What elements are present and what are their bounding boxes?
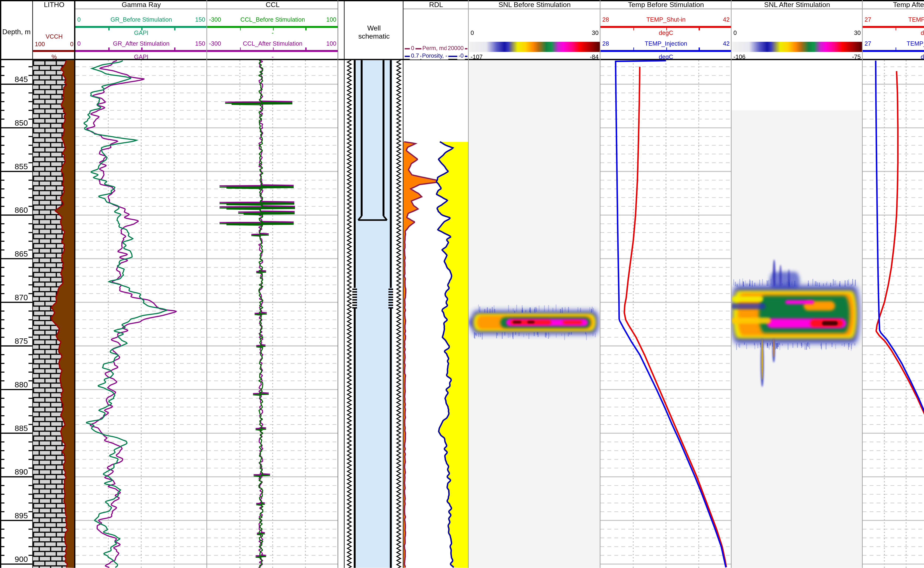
header-separator: [207, 8, 338, 10]
track-temp-before: [600, 60, 732, 568]
tb-shutin-line: [600, 26, 732, 28]
header-ccl: CCL -300 CCL_Before Stimulation 100 - -3…: [207, 0, 338, 60]
ccl-plot: [207, 60, 338, 568]
temp-before-plot: [600, 60, 732, 568]
border-depth-litho: [32, 0, 33, 568]
border-rdl-snl1: [468, 0, 469, 568]
tb-inj-line: [600, 50, 732, 52]
depth-label: 895: [15, 511, 28, 520]
gr-after-name: GR_After Stimulation: [76, 40, 207, 47]
log-plot-area: 845850855860865870875880885890895900: [0, 60, 924, 568]
ta-inj-name: TEMP_Injection: [863, 40, 924, 47]
litho-curve-name: VCCH: [33, 33, 76, 40]
track-title-snl-before: SNL Before Stimulation: [469, 0, 600, 8]
border-gr-ccl: [206, 0, 207, 568]
ccl-after-right: 100: [327, 40, 336, 47]
header-gamma-ray: Gamma Ray 0 GR_Before Stimulation 150 GA…: [76, 0, 207, 60]
well-schematic-plot: [345, 60, 404, 568]
snl-after-colorbar: [732, 42, 862, 52]
rdl-porosity-row: 0.7 Porosity, - -0: [405, 53, 467, 59]
track-snl-after: [732, 60, 863, 568]
border-litho-gr: [74, 0, 76, 568]
track-depth: 845850855860865870875880885890895900: [0, 60, 33, 568]
header-depth: Depth, m: [0, 0, 33, 60]
rdl-plot: [404, 60, 469, 568]
header-separator: [863, 8, 924, 10]
depth-label: 855: [15, 162, 28, 171]
border-ws-right: [402, 0, 404, 568]
track-rdl: [404, 60, 469, 568]
track-temp-after: [863, 60, 924, 568]
depth-label: 890: [15, 467, 28, 476]
top-border: [0, 0, 924, 1]
snl-after-plot: [732, 60, 863, 568]
depth-label: 860: [15, 205, 28, 215]
track-title-gr: Gamma Ray: [76, 0, 207, 8]
track-title-rdl: RDL: [404, 0, 469, 8]
track-snl-before: [469, 60, 600, 568]
depth-label: 880: [15, 380, 28, 389]
border-ws-left: [343, 0, 345, 568]
rdl-perm-row: 0 Perm, md 20000: [405, 45, 467, 52]
depth-label: 845: [15, 75, 28, 84]
header-separator: [732, 8, 863, 10]
header-temp-before: Temp Before Stimulation 28 TEMP_Shut-in …: [600, 0, 732, 60]
track-well-schematic: [345, 60, 404, 568]
track-ccl: [207, 60, 338, 568]
litho-scale-line: [33, 50, 76, 52]
snl-after-scale-left: 0: [733, 29, 737, 36]
track-title-temp-before: Temp Before Stimulation: [600, 0, 732, 8]
depth-label: 870: [15, 293, 28, 302]
border-ccl-gap: [338, 0, 338, 568]
litho-scale-left: 100: [35, 41, 45, 47]
track-gamma-ray: [76, 60, 207, 568]
ccl-after-name: CCL_After Stimulation: [207, 40, 338, 47]
track-title-ccl: CCL: [207, 0, 338, 8]
snl-before-colorbar: [469, 42, 600, 52]
header-snl-after: SNL After Stimulation 0 30 -106 -75: [732, 0, 863, 60]
border-temp1-snl2: [731, 0, 732, 568]
ccl-before-name: CCL_Before Stimulation: [207, 16, 338, 23]
tb-shutin-right: 42: [723, 16, 730, 23]
depth-scale-plot: 845850855860865870875880885890895900: [0, 60, 33, 568]
ccl-after-line: [207, 50, 338, 52]
lithology-plot: [33, 60, 76, 568]
header-temp-after: Temp After Stimulation 27 TEMP_Shut-in 4…: [863, 0, 924, 60]
track-title-snl-after: SNL After Stimulation: [732, 0, 863, 8]
ta-shutin-unit: degC: [863, 29, 924, 36]
border-snl1-temp1: [600, 0, 600, 568]
depth-label: 865: [15, 249, 28, 258]
tb-shutin-name: TEMP_Shut-in: [600, 16, 732, 23]
gr-before-name: GR_Before Stimulation: [76, 16, 207, 23]
gr-before-line: [76, 26, 207, 28]
snl-after-scale-right: 30: [854, 29, 860, 36]
header-rdl: RDL 0 Perm, md 20000 0.7 Porosity, - -0: [404, 0, 469, 60]
ccl-before-line: [207, 26, 338, 28]
depth-label: 850: [15, 118, 28, 127]
well-log-viewer: Depth, m LITHO VCCH 100 0 % Gamma Ray 0 …: [0, 0, 924, 568]
ta-shutin-line: [863, 26, 924, 28]
track-litho: [33, 60, 76, 568]
header-separator: [469, 8, 600, 10]
ta-shutin-name: TEMP_Shut-in: [863, 16, 924, 23]
depth-axis-title: Depth, m: [0, 28, 33, 35]
gr-before-unit: GAPI: [76, 29, 207, 36]
log-header: Depth, m LITHO VCCH 100 0 % Gamma Ray 0 …: [0, 0, 924, 60]
depth-label: 885: [15, 424, 28, 433]
gr-before-right: 150: [195, 16, 205, 23]
header-separator: [404, 8, 469, 10]
gr-after-line: [76, 50, 207, 52]
gamma-ray-plot: [76, 60, 207, 568]
tb-shutin-unit: degC: [600, 29, 732, 36]
header-separator: [600, 8, 732, 10]
depth-label: 875: [15, 337, 28, 345]
ta-inj-line: [863, 50, 924, 52]
snl-before-scale-left: 0: [470, 29, 474, 36]
track-title-litho: LITHO: [33, 0, 76, 8]
tb-inj-name: TEMP_Injection: [600, 40, 732, 47]
header-litho: LITHO VCCH 100 0 %: [33, 0, 76, 60]
track-title-well-schematic: Well schematic: [345, 24, 404, 41]
snl-before-scale-right: 30: [592, 29, 599, 36]
header-well-schematic: Well schematic: [345, 0, 404, 60]
snl-before-plot: [469, 60, 600, 568]
